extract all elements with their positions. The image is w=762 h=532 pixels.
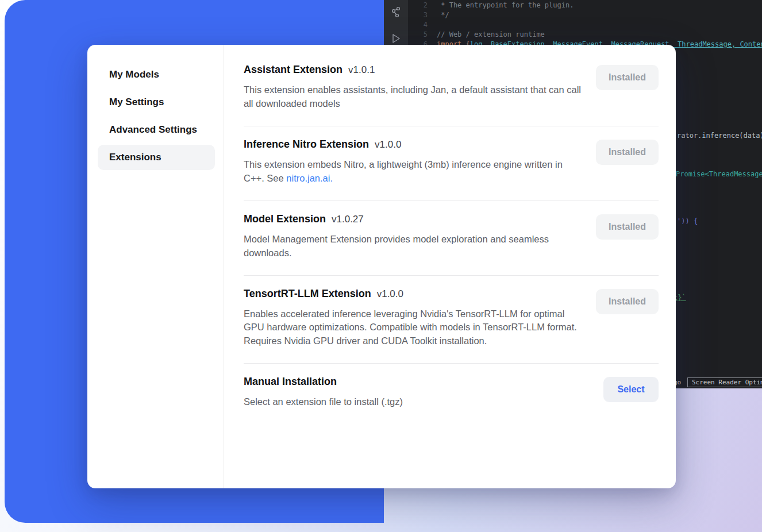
sidebar-item-my-models[interactable]: My Models	[98, 62, 215, 87]
code-fragment: Promise<ThreadMessage>	[676, 170, 762, 178]
installed-button[interactable]: Installed	[596, 214, 659, 240]
code-comment: * The entrypoint for the plugin.	[437, 1, 574, 10]
extension-version: v1.0.0	[377, 288, 403, 299]
extension-title: Assistant Extension	[244, 64, 342, 75]
extension-description: Model Management Extension provides mode…	[244, 233, 582, 260]
extension-row-assistant: Assistant Extensionv1.0.1 This extension…	[244, 52, 659, 126]
extension-info: Assistant Extensionv1.0.1 This extension…	[244, 64, 582, 111]
extension-version: v1.0.27	[332, 214, 364, 225]
extension-info: Inference Nitro Extensionv1.0.0 This ext…	[244, 138, 582, 186]
code-line: 3 */	[408, 10, 762, 20]
line-number: 5	[408, 30, 428, 40]
extension-row-model: Model Extensionv1.0.27 Model Management …	[244, 201, 659, 276]
extension-info: Model Extensionv1.0.27 Model Management …	[244, 213, 582, 260]
extension-description: This extension enables assistants, inclu…	[244, 83, 582, 111]
extension-title: Model Extension	[244, 213, 326, 225]
nitro-jan-ai-link[interactable]: nitro.jan.ai.	[286, 173, 333, 183]
extension-row-tensorrt-llm: TensortRT-LLM Extensionv1.0.0 Enables ac…	[244, 276, 659, 364]
extension-info: Manual Installation Select an extension …	[244, 376, 403, 409]
extension-title: Inference Nitro Extension	[244, 138, 369, 150]
extension-description: This extension embeds Nitro, a lightweig…	[244, 158, 582, 186]
extension-version: v1.0.0	[375, 139, 401, 150]
line-number: 2	[408, 1, 428, 10]
sidebar-item-extensions[interactable]: Extensions	[98, 145, 215, 170]
sidebar-item-my-settings[interactable]: My Settings	[98, 90, 215, 115]
extension-info: TensortRT-LLM Extensionv1.0.0 Enables ac…	[244, 288, 582, 349]
git-fork-icon[interactable]	[390, 6, 402, 18]
extension-title: TensortRT-LLM Extension	[244, 288, 371, 299]
code-comment: // Web / extension runtime	[437, 30, 545, 40]
code-fragment: ')) {	[677, 217, 698, 225]
settings-modal: My Models My Settings Advanced Settings …	[87, 45, 676, 488]
extensions-panel: Assistant Extensionv1.0.1 This extension…	[224, 45, 676, 488]
extension-row-inference-nitro: Inference Nitro Extensionv1.0.0 This ext…	[244, 126, 659, 201]
extension-version: v1.0.1	[348, 64, 375, 75]
screen-reader-optimized-badge[interactable]: Screen Reader Optimized	[687, 377, 762, 387]
code-comment: */	[437, 10, 449, 20]
installed-button[interactable]: Installed	[596, 65, 659, 90]
sidebar-item-advanced-settings[interactable]: Advanced Settings	[98, 117, 215, 142]
manual-installation-row: Manual Installation Select an extension …	[244, 364, 659, 424]
extension-description: Enables accelerated inference leveraging…	[244, 307, 582, 349]
line-number: 3	[408, 10, 428, 20]
line-number: 4	[408, 20, 428, 30]
code-line: 5 // Web / extension runtime	[408, 30, 762, 40]
installed-button[interactable]: Installed	[596, 289, 659, 314]
settings-sidebar: My Models My Settings Advanced Settings …	[87, 45, 224, 488]
installed-button[interactable]: Installed	[596, 140, 659, 165]
code-line: 4	[408, 20, 762, 30]
run-cursor-icon[interactable]	[390, 32, 402, 45]
manual-installation-description: Select an extension file to install (.tg…	[244, 395, 403, 409]
manual-installation-title: Manual Installation	[244, 376, 337, 387]
editor-code-area: 2 * The entrypoint for the plugin. 3 */ …	[408, 1, 762, 49]
code-fragment: rator.inference(data));	[677, 132, 762, 140]
select-file-button[interactable]: Select	[603, 377, 659, 402]
code-line: 2 * The entrypoint for the plugin.	[408, 1, 762, 10]
